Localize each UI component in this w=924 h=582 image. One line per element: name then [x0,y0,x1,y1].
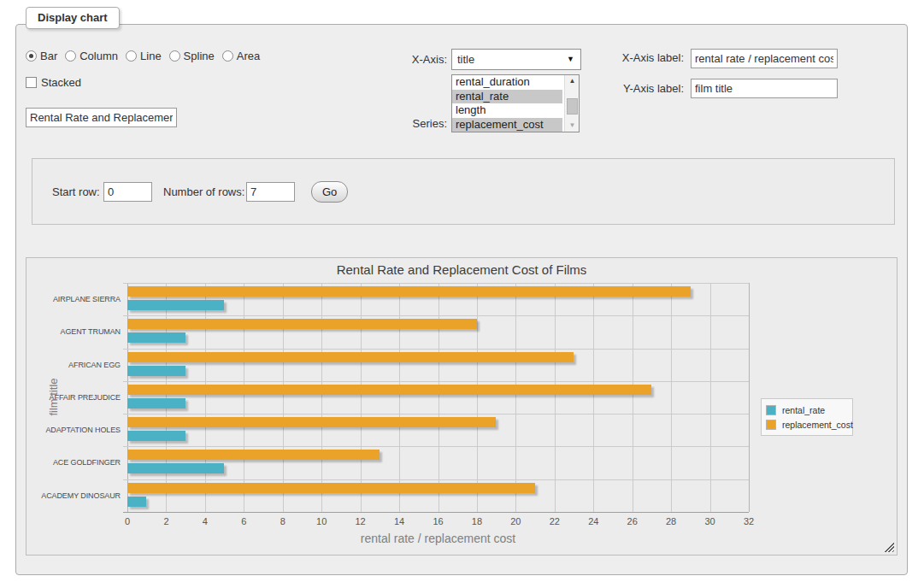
gridline [515,283,516,512]
x-tick-label: 14 [388,516,410,526]
chart-type-radio-line[interactable]: Line [126,50,162,62]
stacked-checkbox[interactable] [26,77,37,88]
radio-icon[interactable] [169,50,180,62]
x-tick-label: 30 [699,516,721,526]
y-axis-label-caption: Y-Axis label: [590,82,684,95]
stacked-checkbox-row[interactable]: Stacked [26,76,81,89]
chart-type-radio-group: BarColumnLineSplineArea [26,50,260,62]
bar-rental_rate [127,398,185,409]
bar-replacement_cost [127,483,535,493]
series-option-rental_duration[interactable]: rental_duration [452,75,562,90]
y-axis-label-input[interactable] [691,79,838,98]
x-tick-label: 2 [155,516,177,526]
x-axis-select-value: title [457,53,474,66]
x-tick-label: 10 [310,516,333,526]
x-tick-label: 26 [621,516,644,526]
stacked-label: Stacked [41,76,81,89]
gridline [123,381,749,382]
radio-label: Spline [184,50,215,62]
gridline [205,283,206,512]
gridline [749,283,750,512]
gridline [321,283,322,512]
gridline [399,283,400,512]
series-options: rental_durationrental_ratelengthreplacem… [452,75,579,132]
chart-type-radio-bar[interactable]: Bar [26,50,57,62]
gridline [123,315,749,316]
series-label-text: Series: [368,117,447,130]
chart-title: Rental Rate and Replacement Cost of Film… [26,262,897,277]
y-category-label: AFFAIR PREJUDICE [26,381,121,414]
y-category-label: ACADEMY DINOSAUR [26,479,121,512]
fieldset-legend: Display chart [26,7,120,29]
legend-item-rental_rate: rental_rate [766,403,848,417]
y-axis-title: film title [47,350,60,444]
y-category-label: AGENT TRUMAN [26,315,121,348]
x-axis-label-text: X-Axis: [368,53,447,66]
bar-rental_rate [127,431,185,441]
bar-replacement_cost [127,385,651,395]
go-button[interactable]: Go [311,181,348,203]
scrollbar-thumb[interactable] [567,98,578,115]
bar-replacement_cost [127,450,380,460]
page: Display chart BarColumnLineSplineArea St… [0,0,924,582]
series-option-replacement_cost[interactable]: replacement_cost [452,118,562,132]
series-option-length[interactable]: length [452,103,562,118]
resize-handle-icon[interactable] [884,542,894,552]
x-axis-label-input[interactable] [691,49,838,68]
y-category-label: ACE GOLDFINGER [26,446,121,479]
x-axis-label-caption: X-Axis label: [590,51,684,64]
gridline [123,349,749,350]
chart-type-radio-column[interactable]: Column [65,50,118,62]
chart-legend: rental_ratereplacement_cost [761,398,853,436]
x-tick-label: 18 [466,516,488,526]
dropdown-arrow-icon: ▼ [567,50,574,69]
bar-rental_rate [127,300,224,310]
num-rows-input[interactable] [246,182,295,202]
gridline [123,414,749,414]
gridline [438,283,439,512]
chart-title-input[interactable] [26,108,177,127]
num-rows-label: Number of rows: [163,185,244,198]
series-option-rental_rate[interactable]: rental_rate [452,90,562,104]
radio-label: Column [79,50,118,62]
x-tick-label: 24 [582,516,604,526]
chart-type-radio-area[interactable]: Area [222,50,260,62]
x-tick-label: 12 [350,516,372,526]
gridline [123,512,749,513]
legend-label: rental_rate [782,405,825,415]
bar-rental_rate [127,497,146,507]
listbox-scrollbar[interactable]: ▲ ▼ [564,75,579,132]
x-tick-label: 8 [272,516,294,526]
start-row-input[interactable] [103,182,152,202]
legend-item-replacement_cost: replacement_cost [766,417,848,432]
chart-type-radio-spline[interactable]: Spline [169,50,215,62]
radio-icon[interactable] [26,50,37,62]
x-tick-label: 32 [738,516,760,526]
bar-rental_rate [127,332,185,343]
series-listbox[interactable]: rental_durationrental_ratelengthreplacem… [451,74,580,132]
legend-label: replacement_cost [782,420,853,430]
legend-swatch [766,420,776,430]
gridline [123,446,749,447]
start-row-label: Start row: [52,185,100,198]
chart-container: Rental Rate and Replacement Cost of Film… [26,257,898,556]
row-range-panel: Start row: Number of rows: Go [32,158,895,225]
gridline [283,283,284,512]
x-tick-label: 4 [194,516,216,526]
gridline [671,283,672,512]
bar-rental_rate [127,366,185,376]
radio-icon[interactable] [65,50,76,62]
plot-area: 02468101214161820222426283032AIRPLANE SI… [127,283,749,512]
radio-label: Bar [40,50,57,62]
gridline [361,283,362,512]
bar-replacement_cost [127,352,574,362]
gridline [593,283,594,512]
x-tick-label: 6 [232,516,255,526]
radio-icon[interactable] [222,50,233,62]
radio-icon[interactable] [126,50,137,62]
x-axis-select[interactable]: title ▼ [451,49,581,70]
scroll-up-icon[interactable]: ▲ [565,75,580,87]
gridline [710,283,711,512]
scroll-down-icon[interactable]: ▼ [565,120,580,132]
y-category-label: AFRICAN EGG [26,349,121,381]
